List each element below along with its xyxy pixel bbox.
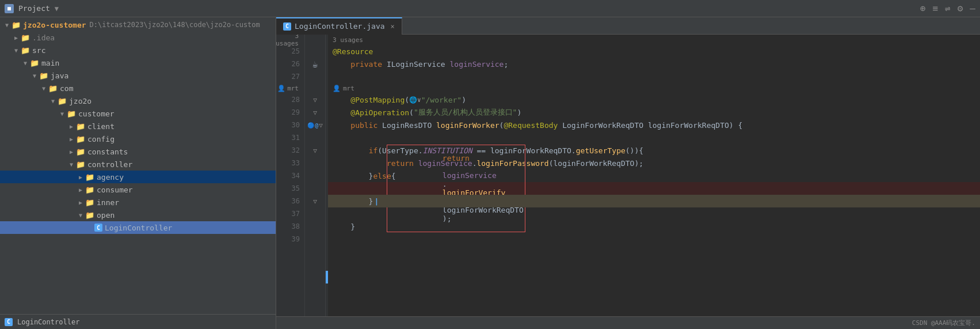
folder-icon: 📁 [12,21,21,29]
expand-arrow-com: ▼ [39,85,48,92]
client-label: client [87,122,115,131]
code-line-28: @PostMapping ( 🌐∨ "/worker" ) [328,93,980,106]
tree-item-client[interactable]: ▶ 📁 client [0,120,276,133]
tree-item-src[interactable]: ▼ 📁 src [0,44,276,56]
tree-item-consumer[interactable]: ▶ 📁 consumer [0,183,276,196]
expand-arrow-client: ▶ [67,123,76,130]
tab-logincontroller[interactable]: C LoginController.java × [276,17,402,35]
folder-icon-open: 📁 [85,211,94,220]
folder-icon-controller: 📁 [76,160,85,169]
tree-item-controller[interactable]: ▼ 📁 controller [0,158,276,171]
main-layout: ▼ 📁 jzo2o-customer D:\itcast2023\jzo2o\1… [0,17,980,329]
main-label: main [41,59,59,67]
gutter-30: 🔵 @ ▽ [305,119,325,131]
folder-icon-agency: 📁 [85,173,94,181]
line-num-34: 34 [279,169,300,182]
com-label: com [60,84,73,93]
src-label: src [32,46,45,55]
line-num-28: 28 [279,93,300,106]
folder-icon-customer: 📁 [67,109,76,118]
expand-arrow-consumer: ▶ [76,187,85,193]
tree-item-jzo2o[interactable]: ▼ 📁 jzo2o [0,94,276,107]
bottom-file-item[interactable]: C LoginController [5,318,79,326]
tree-item-main[interactable]: ▼ 📁 main [0,56,276,69]
dropdown-arrow[interactable]: ▼ [55,5,59,13]
settings-icon[interactable]: ⚙ [958,3,963,14]
tree-item-constants[interactable]: ▶ 📁 constants [0,145,276,158]
editor-area: C LoginController.java × 3 usages 25 26 … [276,17,980,329]
folder-icon-main: 📁 [30,59,39,67]
tree-item-root[interactable]: ▼ 📁 jzo2o-customer D:\itcast2023\jzo2o\1… [0,18,276,31]
expand-arrow-agency: ▶ [76,174,85,180]
tree-item-logincontroller[interactable]: C LoginController [0,221,276,234]
expand-arrow-customer: ▼ [58,111,67,117]
line-num-26: 26 [279,58,300,70]
root-path: D:\itcast2023\jzo2o\148\code\jzo2o-custo… [90,21,260,29]
bottom-file-label: LoginController [17,318,79,326]
line-num-39: 39 [279,233,300,245]
gutter-36: ▽ [305,195,325,207]
folder-icon-consumer: 📁 [85,186,94,194]
consumer-label: consumer [97,186,133,194]
mrt-label: 👤 mrt [279,83,300,93]
tree-item-com[interactable]: ▼ 📁 com [0,82,276,94]
jzo2o-label: jzo2o [69,97,91,105]
line-num-27: 27 [279,70,300,83]
gutter-28: ▽ [305,93,325,106]
code-container[interactable]: 3 usages 25 26 27 👤 mrt 28 29 30 [276,35,980,316]
tree-item-customer[interactable]: ▼ 📁 customer [0,107,276,120]
line-num-31: 31 [279,131,300,144]
collapse-all-icon[interactable]: ≡ [932,3,938,14]
inner-label: inner [97,198,119,207]
code-line-37 [328,207,980,220]
open-label: open [97,211,115,220]
code-line-25: @Resource [328,45,980,58]
annotation-resource: @Resource [333,47,373,56]
expand-icon[interactable]: ⇌ [945,3,951,14]
tree-item-java[interactable]: ▼ 📁 java [0,69,276,82]
folder-icon-java: 📁 [39,71,48,80]
gutter-32: ▽ [305,144,325,157]
tree-item-idea[interactable]: ▶ 📁 .idea [0,31,276,44]
watermark: CSDN @AAA码农宝哥. [912,319,975,327]
folder-icon-com: 📁 [48,84,58,93]
mrt-hint: 👤 mrt [328,83,980,93]
line-num-37: 37 [279,207,300,220]
expand-arrow-open: ▼ [76,212,85,218]
line-num-30: 30 [279,119,300,131]
expand-arrow-src: ▼ [12,47,21,54]
tree-item-inner[interactable]: ▶ 📁 inner [0,196,276,209]
tab-file-icon: C [283,22,291,31]
code-line-30: public LoginResDTO loginForWorker ( @Req… [328,119,980,131]
agency-label: agency [97,173,124,181]
gutter-icons-col: ☕ ▽ ▽ 🔵 @ ▽ ▽ [305,35,326,316]
code-line-39 [328,233,980,245]
project-tree[interactable]: ▼ 📁 jzo2o-customer D:\itcast2023\jzo2o\1… [0,17,276,314]
tree-item-config[interactable]: ▶ 📁 config [0,133,276,145]
gutter-29: ▽ [305,106,325,119]
tab-close-icon[interactable]: × [391,22,395,31]
expand-arrow-config: ▶ [67,136,76,142]
code-line-26: private ILoginService loginService ; [328,58,980,70]
expand-arrow-inner: ▶ [76,199,85,206]
folder-icon-idea: 📁 [21,33,30,42]
tree-item-agency[interactable]: ▶ 📁 agency [0,171,276,183]
line-num-29: 29 [279,106,300,119]
code-line-29: @ApiOperation ( "服务人员/机构人员登录接口" ) [328,106,980,119]
line-num-25: 25 [279,45,300,58]
nav-back-icon[interactable]: ⊕ [920,3,926,14]
expand-arrow-jzo2o: ▼ [48,98,58,104]
java-file-icon: C [94,224,102,232]
tree-item-open[interactable]: ▼ 📁 open [0,209,276,221]
usages-label: 3 usages [279,35,300,45]
gutter-java-icon: ☕ [305,58,325,70]
expand-arrow-constants: ▶ [67,149,76,155]
controller-label: controller [87,160,132,169]
sidebar-bottom: C LoginController [0,314,276,329]
app-icon: ■ [5,4,14,13]
line-num-33: 33 [279,157,300,169]
minimize-icon[interactable]: — [970,3,975,14]
folder-icon-jzo2o: 📁 [58,97,67,105]
root-label: jzo2o-customer [23,21,86,29]
title-bar: ■ Project ▼ ⊕ ≡ ⇌ ⚙ — [0,0,980,17]
